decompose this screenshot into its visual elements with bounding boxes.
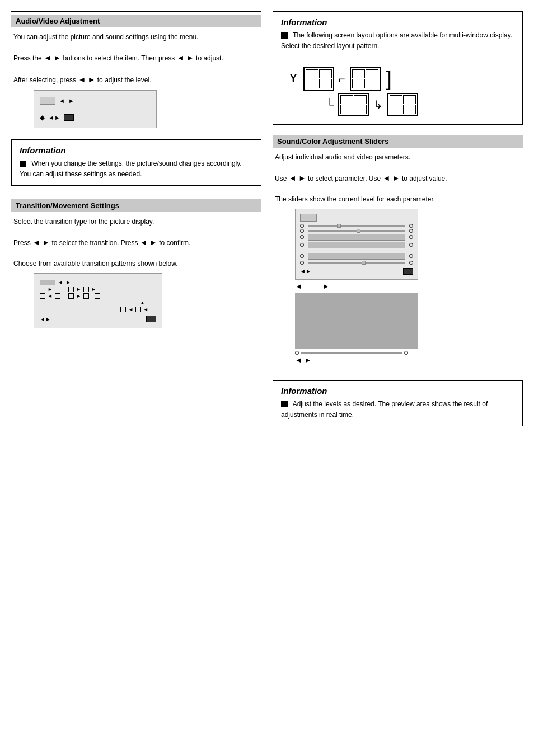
preview-slider-row (295, 351, 523, 355)
right-bracket: ] (386, 69, 392, 89)
slider-left-dot-6 (300, 261, 304, 265)
bullet-square-1 (20, 161, 26, 167)
preview-slider-right-dot (404, 351, 408, 355)
mini-volume-label: ___ (40, 97, 55, 105)
layout-box-3 (338, 93, 369, 116)
connector-1: ⌐ (339, 73, 345, 84)
layout-box-2 (350, 67, 381, 91)
slider-left-dot-4 (300, 243, 304, 247)
slider-right-dot-1 (409, 224, 413, 228)
slider-right-dot-4 (409, 243, 413, 247)
right-info-content-top: The following screen layout options are … (281, 30, 514, 116)
right-slider-box: ___ (295, 209, 418, 280)
slider-right-dot-6 (409, 261, 413, 265)
left-section-content-2: Select the transition type for the pictu… (11, 217, 261, 269)
connector-3: ↳ (373, 99, 383, 110)
right-info-box-top: Information The following screen layout … (273, 11, 523, 125)
left-info-content: When you change the settings, the pictur… (20, 158, 253, 180)
right-section-header-mid: Sound/Color Adjustment Sliders (273, 135, 523, 148)
move-arrows: ◄► (48, 114, 60, 121)
left-control-box-1: ___ ◄ ► ◆ ◄► (34, 90, 157, 128)
right-info-box-bottom: Information Adjust the levels as desired… (273, 380, 523, 426)
slider-left-dot-2 (300, 229, 304, 233)
y-symbol: Y (290, 71, 297, 87)
diamond-icon: ◆ (40, 114, 45, 121)
right-info-title-top: Information (281, 17, 514, 27)
set-button-indicator (64, 114, 74, 121)
slider-left-dot-5 (300, 254, 304, 258)
slider-label: ___ (300, 214, 317, 222)
left-trans-box: ◄► ► ►► ◄ ► ▲ ◄◄ (34, 273, 162, 328)
right-info-title-bottom: Information (281, 386, 514, 396)
slider-right-dot-5 (409, 254, 413, 258)
layout-box-4 (387, 93, 418, 116)
right-arrows-1: ◄ ► (295, 282, 523, 290)
slider-right-dot-2 (409, 229, 413, 233)
slider-right-dot-3 (409, 235, 413, 239)
slider-left-dot-1 (300, 224, 304, 228)
right-preview-area (295, 293, 418, 349)
left-info-box: Information When you change the settings… (11, 139, 261, 186)
right-arrows-2: ◄ ► (295, 356, 523, 364)
left-section-header-2: Transition/Movement Settings (11, 199, 261, 212)
move-arrows-2: ◄► (40, 316, 51, 322)
layout-box-1 (303, 67, 334, 91)
left-section-header-1: Audio/Video Adjustment (11, 15, 261, 27)
preview-slider-left-dot (295, 351, 299, 355)
slider-left-dot-3 (300, 235, 304, 239)
move-arrows-slider: ◄► (300, 268, 311, 274)
left-info-title: Information (20, 145, 253, 155)
right-info-content-bottom: Adjust the levels as desired. The previe… (281, 399, 514, 420)
bullet-square-2 (281, 32, 288, 39)
right-section-content-mid: Adjust individual audio and video parame… (273, 152, 523, 204)
left-section-content-1: You can adjust the picture and sound set… (11, 32, 261, 86)
bullet-square-3 (281, 401, 288, 407)
connector-2: └ (326, 99, 334, 110)
